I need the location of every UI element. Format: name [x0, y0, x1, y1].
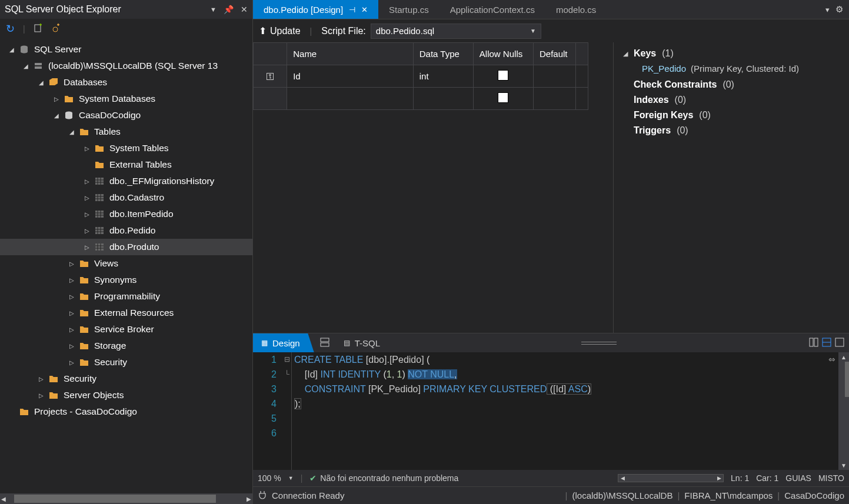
plug-icon — [258, 490, 267, 501]
svg-rect-6 — [95, 178, 104, 185]
props-check-constraints[interactable]: ◢Check Constraints(0) — [623, 79, 840, 90]
error-status[interactable]: ✔ Não foi encontrado nenhum problema — [309, 473, 458, 483]
tree-db-casadocodigo[interactable]: ◢CasaDoCodigo — [0, 107, 252, 124]
grid-cell-nulls-new[interactable] — [473, 88, 533, 110]
tree-server-instance[interactable]: ◢(localdb)\MSSQLLocalDB (SQL Server 13 — [0, 58, 252, 74]
grid-cell-type[interactable]: int — [413, 65, 473, 88]
zoom-dropdown-icon[interactable]: ▼ — [288, 475, 294, 481]
tree-security-db[interactable]: ▷Security — [0, 354, 252, 371]
close-icon[interactable]: ✕ — [241, 5, 248, 14]
tab-modelo[interactable]: modelo.cs — [545, 0, 607, 19]
tree-table-itempedido[interactable]: ▷dbo.ItemPedido — [0, 206, 252, 222]
add-server-icon[interactable] — [34, 24, 43, 35]
code-tab-design[interactable]: ▦ Design — [253, 333, 314, 352]
tree-tables[interactable]: ◢Tables — [0, 124, 252, 140]
tree-projects[interactable]: ▷Projects - CasaDoCodigo — [0, 403, 252, 420]
tree-external-resources[interactable]: ▷External Resources — [0, 305, 252, 321]
grid-header-type[interactable]: Data Type — [413, 43, 473, 65]
split-handle-icon[interactable]: ⇔ — [828, 355, 835, 364]
grid-row-new[interactable] — [254, 88, 588, 110]
tree-table-efmigrations[interactable]: ▷dbo._EFMigrationsHistory — [0, 173, 252, 189]
tree-system-databases[interactable]: ▷System Databases — [0, 91, 252, 107]
settings-icon[interactable]: ⚙ — [835, 4, 843, 15]
code-hscrollbar[interactable]: ◀▶ — [618, 474, 724, 482]
tab-pedido-design[interactable]: dbo.Pedido [Design] ⊣ ✕ — [253, 0, 378, 19]
props-triggers[interactable]: ◢Triggers(0) — [623, 125, 840, 136]
props-idx-count: (0) — [675, 95, 687, 105]
zoom-level[interactable]: 100 % — [258, 473, 281, 483]
grid-cell-type-new[interactable] — [413, 88, 473, 110]
connection-ready-label: Connection Ready — [272, 490, 344, 500]
sql-token: CREATE — [294, 355, 332, 365]
grid-cell-default[interactable] — [534, 65, 576, 88]
tree-table-cadastro[interactable]: ▷dbo.Cadastro — [0, 189, 252, 206]
svg-rect-34 — [814, 338, 818, 346]
tree-sql-server-root[interactable]: ◢SQL Server — [0, 41, 252, 58]
tree-service-broker[interactable]: ▷Service Broker — [0, 321, 252, 338]
pin-icon[interactable]: 📌 — [224, 5, 234, 14]
tree-external-tables[interactable]: ▷External Tables — [0, 156, 252, 173]
tree-label: Tables — [94, 126, 121, 137]
props-trg-count: (0) — [677, 125, 688, 136]
tab-startup[interactable]: Startup.cs — [378, 0, 440, 19]
code-editor[interactable]: 123456 ⊟└ CREATE TABLE [dbo].[Pedido] ( … — [253, 352, 849, 470]
pin-icon[interactable]: ⊣ — [349, 5, 355, 14]
code-text[interactable]: CREATE TABLE [dbo].[Pedido] ( [Id] INT I… — [292, 352, 825, 470]
grid-row-id[interactable]: ⚿ Id int — [254, 65, 588, 88]
tree-server-objects[interactable]: ▷Server Objects — [0, 387, 252, 403]
add-query-icon[interactable] — [51, 24, 61, 35]
close-tab-icon[interactable]: ✕ — [361, 5, 368, 14]
grid-cell-name[interactable]: Id — [287, 65, 414, 88]
fold-gutter[interactable]: ⊟└ — [282, 352, 292, 470]
tree-synonyms[interactable]: ▷Synonyms — [0, 272, 252, 288]
tree-views[interactable]: ▷Views — [0, 255, 252, 272]
props-pk[interactable]: PK_Pedido(Primary Key, Clustered: Id) — [642, 64, 840, 74]
tree-system-tables[interactable]: ▷System Tables — [0, 140, 252, 156]
tab-applicationcontext[interactable]: ApplicationContext.cs — [440, 0, 545, 19]
svg-rect-3 — [35, 63, 42, 65]
sql-token: TABLE — [334, 355, 364, 365]
code-tab-tsql[interactable]: ▤ T-SQL — [335, 333, 388, 352]
script-file-value: dbo.Pedido.sql — [376, 26, 530, 36]
tab-overflow-icon[interactable]: ▾ — [825, 5, 830, 14]
layout-toggle2-icon[interactable] — [822, 338, 831, 349]
script-file-dropdown[interactable]: dbo.Pedido.sql ▼ — [371, 24, 541, 39]
tree-label: dbo.Pedido — [109, 225, 155, 236]
tree-databases[interactable]: ◢Databases — [0, 74, 252, 91]
check-circle-icon: ✔ — [309, 473, 317, 483]
tree-table-pedido[interactable]: ▷dbo.Pedido — [0, 222, 252, 239]
lineending-indicator[interactable]: MISTO — [818, 473, 844, 483]
sql-token: CLUSTERED — [487, 384, 547, 394]
refresh-icon[interactable]: ↻ — [6, 22, 15, 35]
tree-storage[interactable]: ▷Storage — [0, 338, 252, 354]
props-keys[interactable]: ◢Keys(1) — [623, 48, 840, 59]
tree-label: External Tables — [109, 159, 172, 170]
grid-cell-name-new[interactable] — [287, 88, 414, 110]
splitter-handle[interactable] — [581, 342, 617, 345]
grid-header-name[interactable]: Name — [287, 43, 414, 65]
line-indicator[interactable]: Ln: 1 — [731, 473, 749, 483]
col-indicator[interactable]: Car: 1 — [756, 473, 778, 483]
grid-corner — [254, 43, 287, 65]
props-foreign-keys[interactable]: ◢Foreign Keys(0) — [623, 110, 840, 121]
code-tab-split[interactable] — [314, 333, 335, 352]
grid-cell-default-new[interactable] — [534, 88, 576, 110]
update-button[interactable]: ⬆ Update — [259, 25, 301, 36]
code-vscrollbar[interactable]: ▲ ▼ — [838, 352, 849, 470]
grid-cell-nulls[interactable] — [473, 65, 533, 88]
tabs-indicator[interactable]: GUIAS — [785, 473, 811, 483]
tree-programmability[interactable]: ▷Programmability — [0, 288, 252, 305]
grid-header-default[interactable]: Default — [534, 43, 576, 65]
dropdown-icon[interactable]: ▼ — [210, 6, 217, 13]
line-number-gutter: 123456 — [253, 352, 282, 470]
split-icon — [320, 338, 329, 349]
props-indexes[interactable]: ◢Indexes(0) — [623, 95, 840, 105]
code-tabs-bar: ▦ Design ▤ T-SQL — [253, 333, 849, 352]
tree-table-produto[interactable]: ▷dbo.Produto — [0, 239, 252, 255]
tree-label: External Resources — [94, 308, 174, 318]
explorer-hscrollbar[interactable]: ◀ ▶ — [0, 493, 252, 504]
grid-header-nulls[interactable]: Allow Nulls — [473, 43, 533, 65]
layout-toggle-icon[interactable] — [809, 338, 818, 349]
layout-toggle3-icon[interactable] — [835, 338, 844, 349]
tree-security-server[interactable]: ▷Security — [0, 371, 252, 387]
